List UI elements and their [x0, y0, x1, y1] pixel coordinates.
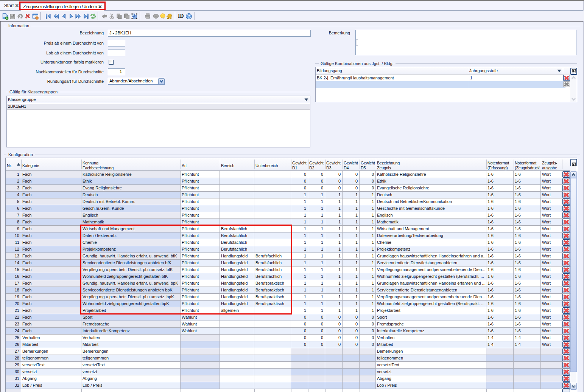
svg-text:?: ?	[188, 14, 190, 19]
